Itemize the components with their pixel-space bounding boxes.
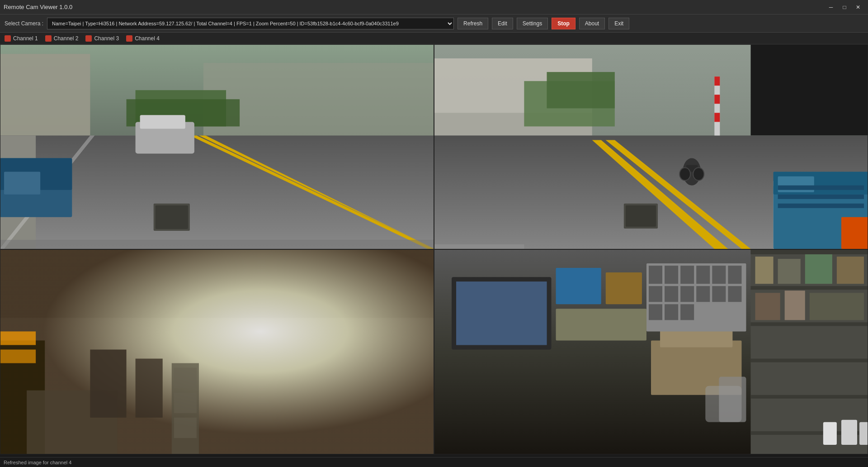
channel-4-item[interactable]: Channel 4 bbox=[126, 35, 160, 42]
cam4-cell[interactable] bbox=[434, 249, 868, 454]
svg-rect-80 bbox=[785, 291, 805, 320]
camera-select[interactable]: Name=Taipei | Type=Hi3516 | Network Addr… bbox=[47, 18, 454, 29]
svg-rect-46 bbox=[714, 95, 720, 104]
channel-3-dot bbox=[85, 35, 92, 42]
refresh-button[interactable]: Refresh bbox=[458, 18, 488, 29]
svg-rect-64 bbox=[456, 281, 547, 345]
app-title: Remote Cam Viewer 1.0.0 bbox=[4, 4, 72, 10]
exit-button[interactable]: Exit bbox=[609, 18, 629, 29]
channels-bar: Channel 1 Channel 2 Channel 3 Channel 4 bbox=[0, 33, 868, 44]
svg-rect-78 bbox=[837, 257, 864, 284]
svg-rect-43 bbox=[434, 244, 524, 249]
channel-2-item[interactable]: Channel 2 bbox=[45, 35, 79, 42]
channel-2-dot bbox=[45, 35, 52, 42]
status-bar: Refreshed image for channel 4 bbox=[0, 457, 868, 467]
cam4-feed bbox=[434, 250, 868, 454]
cam1-cell[interactable] bbox=[0, 44, 434, 249]
channel-1-label: Channel 1 bbox=[13, 35, 38, 42]
svg-rect-66 bbox=[606, 272, 642, 304]
svg-rect-65 bbox=[556, 268, 601, 304]
svg-rect-87 bbox=[823, 422, 837, 445]
svg-rect-67 bbox=[556, 309, 646, 340]
svg-rect-39 bbox=[778, 204, 864, 208]
svg-rect-98 bbox=[665, 286, 678, 302]
svg-rect-38 bbox=[778, 195, 864, 199]
edit-button[interactable]: Edit bbox=[492, 18, 513, 29]
svg-rect-18 bbox=[156, 205, 188, 229]
minimize-button[interactable]: ─ bbox=[825, 2, 837, 12]
svg-rect-14 bbox=[4, 172, 40, 195]
svg-rect-42 bbox=[626, 205, 656, 227]
status-message: Refreshed image for channel 4 bbox=[4, 460, 71, 465]
select-camera-label: Select Camera : bbox=[5, 20, 43, 27]
svg-rect-103 bbox=[649, 304, 662, 320]
svg-point-32 bbox=[679, 168, 690, 181]
svg-rect-60 bbox=[174, 418, 197, 438]
svg-rect-58 bbox=[174, 368, 197, 388]
cam1-feed bbox=[0, 45, 434, 249]
svg-rect-56 bbox=[136, 359, 163, 418]
cam3-feed bbox=[0, 250, 434, 454]
svg-rect-25 bbox=[547, 72, 614, 108]
svg-rect-76 bbox=[778, 259, 801, 284]
svg-rect-16 bbox=[140, 115, 185, 129]
svg-rect-55 bbox=[90, 349, 126, 417]
svg-rect-45 bbox=[714, 76, 720, 86]
channel-2-label: Channel 2 bbox=[54, 35, 79, 42]
svg-rect-73 bbox=[750, 395, 868, 399]
svg-rect-72 bbox=[750, 359, 868, 362]
cam2-feed bbox=[434, 45, 868, 249]
svg-rect-53 bbox=[0, 349, 36, 363]
svg-rect-70 bbox=[750, 286, 868, 290]
svg-rect-86 bbox=[705, 386, 741, 422]
svg-rect-40 bbox=[841, 217, 868, 249]
svg-rect-91 bbox=[649, 266, 662, 284]
svg-rect-89 bbox=[859, 422, 868, 445]
channel-1-item[interactable]: Channel 1 bbox=[5, 35, 38, 42]
title-bar-left: Remote Cam Viewer 1.0.0 bbox=[4, 4, 72, 10]
svg-rect-3 bbox=[0, 54, 90, 144]
close-button[interactable]: ✕ bbox=[852, 2, 864, 12]
svg-rect-104 bbox=[665, 304, 678, 320]
svg-rect-100 bbox=[696, 286, 710, 302]
svg-rect-92 bbox=[665, 266, 678, 284]
svg-rect-77 bbox=[805, 254, 832, 284]
stop-button[interactable]: Stop bbox=[552, 18, 576, 29]
svg-rect-47 bbox=[714, 113, 720, 122]
svg-rect-59 bbox=[174, 393, 197, 413]
svg-rect-97 bbox=[649, 286, 662, 302]
svg-rect-37 bbox=[778, 186, 864, 190]
svg-point-33 bbox=[693, 168, 704, 181]
svg-rect-93 bbox=[680, 266, 694, 284]
svg-rect-95 bbox=[712, 266, 726, 284]
channel-4-dot bbox=[126, 35, 132, 42]
svg-rect-101 bbox=[712, 286, 726, 302]
svg-rect-19 bbox=[0, 240, 434, 249]
channel-4-label: Channel 4 bbox=[135, 35, 160, 42]
about-button[interactable]: About bbox=[579, 18, 605, 29]
channel-1-dot bbox=[5, 35, 11, 42]
maximize-button[interactable]: □ bbox=[838, 2, 851, 12]
title-bar: Remote Cam Viewer 1.0.0 ─ □ ✕ bbox=[0, 0, 868, 14]
svg-rect-102 bbox=[728, 286, 741, 302]
toolbar: Select Camera : Name=Taipei | Type=Hi351… bbox=[0, 14, 868, 33]
svg-rect-88 bbox=[841, 420, 857, 445]
channel-3-label: Channel 3 bbox=[94, 35, 119, 42]
svg-rect-79 bbox=[755, 293, 780, 320]
svg-rect-96 bbox=[728, 266, 741, 284]
cam2-cell[interactable] bbox=[434, 44, 868, 249]
svg-rect-69 bbox=[750, 250, 868, 254]
settings-button[interactable]: Settings bbox=[517, 18, 548, 29]
svg-rect-99 bbox=[680, 286, 694, 302]
svg-rect-94 bbox=[696, 266, 710, 284]
channel-3-item[interactable]: Channel 3 bbox=[85, 35, 119, 42]
video-grid bbox=[0, 44, 868, 454]
svg-rect-52 bbox=[0, 331, 36, 345]
svg-rect-21 bbox=[750, 45, 868, 135]
title-bar-controls: ─ □ ✕ bbox=[825, 2, 864, 12]
svg-rect-75 bbox=[755, 257, 774, 284]
svg-rect-81 bbox=[810, 293, 864, 320]
svg-rect-105 bbox=[680, 304, 694, 320]
cam3-cell[interactable] bbox=[0, 249, 434, 454]
svg-rect-71 bbox=[750, 322, 868, 326]
